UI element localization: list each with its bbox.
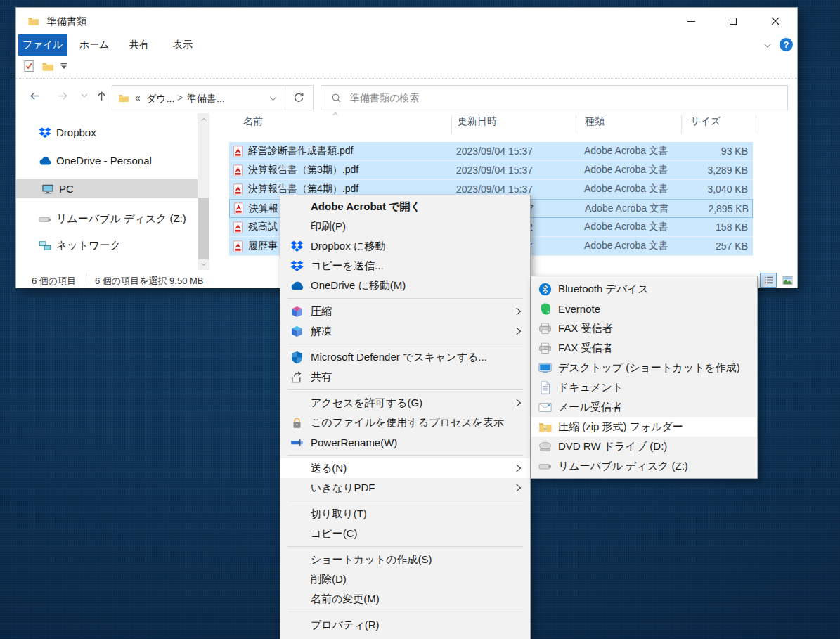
sidebar-item-removable-disk[interactable]: リムーバブル ディスク (Z:)	[16, 209, 198, 228]
column-header-size[interactable]: サイズ	[690, 115, 721, 128]
sidebar-item-pc[interactable]: PC	[16, 179, 198, 198]
sidebar-item-dropbox[interactable]: Dropbox	[16, 123, 198, 142]
column-header-type[interactable]: 種類	[585, 115, 605, 128]
tab-view[interactable]: 表示	[162, 34, 203, 56]
thumbnails-view-button[interactable]	[779, 273, 796, 288]
scrollbar-thumb[interactable]	[198, 198, 209, 259]
address-bar[interactable]: « ダウ... > 準備書...	[112, 85, 285, 110]
recent-locations-button[interactable]	[75, 86, 93, 105]
menu-item-powerrename[interactable]: PowerRename(W)	[280, 432, 530, 452]
sendto-documents[interactable]: ドキュメント	[531, 377, 757, 397]
powerrename-icon	[290, 436, 304, 449]
refresh-button[interactable]	[285, 85, 314, 110]
column-divider[interactable]	[576, 115, 576, 134]
menu-separator	[280, 452, 530, 458]
address-dropdown-icon[interactable]	[269, 94, 278, 103]
network-icon	[39, 240, 51, 252]
help-icon[interactable]: ?	[780, 38, 793, 51]
menu-item-send-to[interactable]: 送る(N)	[280, 458, 530, 478]
menu-item-delete[interactable]: 削除(D)	[280, 569, 530, 589]
search-input[interactable]	[349, 91, 742, 104]
sendto-desktop-shortcut[interactable]: デスクトップ (ショートカットを作成)	[531, 358, 757, 377]
column-header-name[interactable]: 名前	[243, 115, 263, 128]
tab-home[interactable]: ホーム	[72, 34, 116, 56]
menu-item-copy[interactable]: コピー(C)	[280, 524, 530, 543]
submenu-arrow-icon	[513, 398, 523, 408]
address-folder-icon	[118, 93, 129, 103]
menu-item-grant-access[interactable]: アクセスを許可する(G)	[280, 393, 530, 413]
ribbon-collapse-icon[interactable]	[763, 41, 773, 51]
desktop-icon	[538, 361, 552, 375]
submenu-arrow-icon	[513, 483, 523, 493]
menu-item-move-to-onedrive[interactable]: OneDrive に移動(M)	[280, 276, 530, 295]
sendto-fax-2[interactable]: FAX 受信者	[531, 338, 757, 358]
tab-file[interactable]: ファイル	[18, 34, 67, 56]
minimize-button[interactable]	[671, 8, 711, 34]
dropbox-icon	[39, 127, 51, 139]
details-view-icon	[763, 275, 774, 285]
titlebar[interactable]: 準備書類	[16, 8, 797, 34]
menu-item-defender-scan[interactable]: Microsoft Defender でスキャンする...	[280, 347, 530, 367]
context-menu: Adobe Acrobat で開く 印刷(P) Dropbox に移動 コピーを…	[280, 195, 531, 639]
sendto-fax-1[interactable]: FAX 受信者	[531, 318, 757, 338]
sendto-bluetooth[interactable]: Bluetooth デバイス	[531, 279, 757, 299]
menu-item-print[interactable]: 印刷(P)	[280, 217, 530, 236]
breadcrumb-separator: >	[177, 92, 183, 103]
menu-item-share[interactable]: 共有	[280, 367, 530, 387]
column-header-date[interactable]: 更新日時	[458, 115, 497, 128]
zip-folder-icon	[538, 420, 552, 434]
search-icon	[331, 93, 342, 103]
desktop: 準備書類 ファイル ホーム 共有 表示 ?	[0, 0, 840, 639]
breadcrumb-laquo[interactable]: «	[135, 92, 141, 103]
scroll-up-icon[interactable]	[198, 113, 209, 125]
details-view-button[interactable]	[760, 273, 777, 288]
file-row[interactable]: 決算報告書（第3期）.pdf 2023/09/04 15:37 Adobe Ac…	[229, 161, 753, 180]
menu-item-move-to-dropbox[interactable]: Dropbox に移動	[280, 236, 530, 256]
item-count: 6 個の項目	[32, 275, 76, 288]
sendto-removable-disk[interactable]: リムーバブル ディスク (Z:)	[531, 456, 757, 476]
customize-qat-icon[interactable]	[60, 63, 68, 70]
menu-item-send-copy[interactable]: コピーを送信...	[280, 256, 530, 276]
scroll-down-icon[interactable]	[198, 258, 209, 270]
column-divider[interactable]	[681, 115, 682, 134]
menu-item-show-processes[interactable]: このファイルを使用するプロセスを表示	[280, 413, 530, 432]
sidebar-item-network[interactable]: ネットワーク	[16, 236, 198, 255]
column-divider[interactable]	[756, 115, 756, 134]
window-title: 準備書類	[47, 15, 86, 28]
sendto-dvd-drive[interactable]: DVD RW ドライブ (D:)	[531, 437, 757, 456]
ribbon-tab-bar: ファイル ホーム 共有 表示 ?	[16, 34, 797, 56]
properties-quick-icon[interactable]	[22, 60, 35, 72]
menu-item-create-shortcut[interactable]: ショートカットの作成(S)	[280, 550, 530, 569]
sidebar-scrollbar[interactable]	[198, 113, 209, 270]
new-folder-quick-icon[interactable]	[41, 60, 54, 72]
forward-button[interactable]	[53, 86, 72, 105]
sendto-mail[interactable]: メール受信者	[531, 397, 757, 417]
pdf-file-icon	[232, 164, 244, 176]
chevron-down-icon	[80, 91, 89, 100]
sendto-zip-folder[interactable]: 圧縮 (zip 形式) フォルダー	[531, 417, 757, 437]
search-box[interactable]	[321, 85, 788, 110]
back-button[interactable]	[25, 86, 44, 105]
menu-item-extract[interactable]: 解凍	[280, 321, 530, 341]
menu-item-rename[interactable]: 名前の変更(M)	[280, 589, 530, 609]
breadcrumb-downloads[interactable]: ダウ...	[146, 93, 174, 105]
menu-item-ikinari-pdf[interactable]: いきなりPDF	[280, 478, 530, 498]
breadcrumb-current-folder[interactable]: 準備書...	[187, 93, 225, 105]
menu-item-cut[interactable]: 切り取り(T)	[280, 504, 530, 524]
maximize-button[interactable]	[713, 8, 754, 34]
menu-item-compress[interactable]: 圧縮	[280, 302, 530, 321]
column-divider[interactable]	[451, 115, 452, 134]
menu-item-open-acrobat[interactable]: Adobe Acrobat で開く	[280, 197, 530, 217]
submenu-arrow-icon	[513, 463, 523, 473]
close-button[interactable]	[755, 8, 796, 34]
menu-separator	[280, 295, 530, 302]
sidebar-item-onedrive[interactable]: OneDrive - Personal	[16, 151, 198, 170]
lock-icon	[290, 416, 304, 430]
sendto-evernote[interactable]: Evernote	[531, 299, 757, 318]
mail-icon	[538, 401, 552, 414]
up-button[interactable]	[92, 86, 110, 105]
tab-share[interactable]: 共有	[119, 34, 160, 56]
menu-item-properties[interactable]: プロパティ(R)	[280, 615, 530, 635]
file-row[interactable]: 経営診断書作成書類.pdf 2023/09/04 15:37 Adobe Acr…	[229, 142, 753, 161]
sort-ascending-icon[interactable]	[331, 110, 340, 117]
